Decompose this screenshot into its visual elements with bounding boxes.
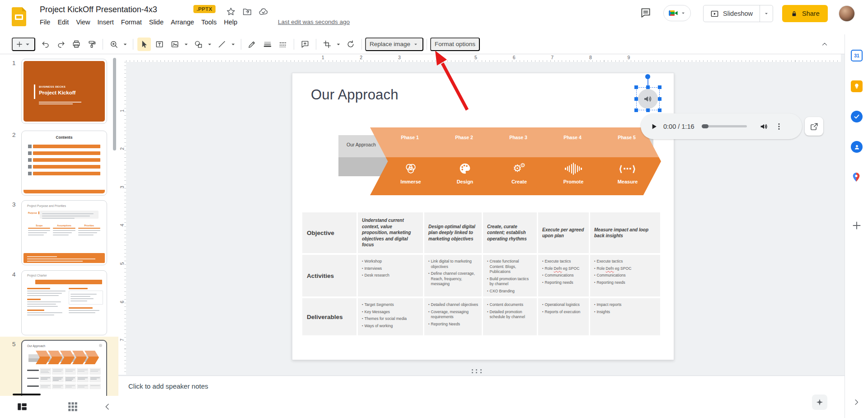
resize-handle[interactable] — [634, 97, 638, 101]
toolbar-redo-button[interactable] — [54, 38, 68, 51]
play-icon[interactable] — [649, 122, 658, 131]
menu-tools[interactable]: Tools — [198, 17, 221, 27]
star-icon[interactable] — [226, 7, 236, 17]
toolbar-insert-image-button[interactable] — [168, 38, 182, 51]
table-row-label[interactable]: Objective — [302, 212, 357, 253]
resize-handle[interactable] — [658, 85, 662, 89]
resize-handle[interactable] — [658, 108, 662, 112]
toolbar-insert-line-dropdown[interactable] — [230, 38, 237, 50]
toolbar-format-options-button[interactable]: Format options — [430, 38, 480, 51]
approach-table[interactable]: ObjectiveUnderstand current context, val… — [302, 212, 660, 335]
maps-icon[interactable] — [851, 172, 863, 183]
resize-handle[interactable] — [634, 85, 638, 89]
last-edit-link[interactable]: Last edit was seconds ago — [278, 19, 350, 25]
notes-resize-handle[interactable] — [472, 369, 483, 373]
open-in-new-button[interactable] — [805, 117, 823, 136]
slide-editor[interactable]: Our Approach Our Approach Phase 1Immerse… — [292, 73, 674, 360]
toolbar-border-dash-button[interactable] — [276, 38, 290, 51]
toolbar-collapse-button[interactable] — [818, 38, 831, 51]
slide-thumbnail-5[interactable]: Our Approach — [21, 340, 107, 396]
move-folder-icon[interactable] — [242, 7, 252, 17]
slide-thumbnail-2[interactable]: Contents — [21, 131, 107, 196]
slide-thumbnail-3[interactable]: Project Purpose and Priorities Purpose S… — [21, 200, 107, 265]
collapse-filmstrip-icon[interactable] — [103, 402, 112, 411]
table-row-label[interactable]: Deliverables — [302, 298, 357, 335]
speaker-notes-input[interactable]: Click to add speaker notes — [128, 382, 208, 390]
meet-button[interactable] — [663, 5, 691, 21]
menu-file[interactable]: File — [36, 17, 54, 27]
menu-insert[interactable]: Insert — [94, 17, 117, 27]
toolbar-insert-shape-dropdown[interactable] — [206, 38, 213, 50]
slide-thumbnail-4[interactable]: Project Charter — [21, 270, 107, 335]
expand-panel-icon[interactable] — [852, 398, 860, 406]
toolbar-insert-line-button[interactable] — [215, 38, 229, 51]
menu-help[interactable]: Help — [220, 17, 241, 27]
table-cell-objective-4[interactable]: Execute per agreed upon plan — [538, 212, 589, 253]
toolbar-recolor-button[interactable] — [344, 38, 357, 51]
menu-edit[interactable]: Edit — [54, 17, 72, 27]
table-cell-objective-1[interactable]: Understand current context, value propos… — [358, 212, 423, 253]
rotation-handle[interactable] — [645, 74, 650, 79]
table-cell-deliverables-2[interactable]: ▪Detailed channel objectives▪Coverage, m… — [424, 298, 482, 335]
menu-slide[interactable]: Slide — [145, 17, 167, 27]
contacts-icon[interactable] — [851, 141, 863, 153]
toolbar-text-box-button[interactable] — [153, 38, 166, 51]
keep-icon[interactable] — [851, 80, 863, 92]
filmstrip-scrollbar[interactable] — [113, 58, 116, 150]
avatar[interactable] — [839, 5, 855, 22]
toolbar-crop-dropdown[interactable] — [335, 38, 342, 50]
calendar-icon[interactable]: 31 — [851, 50, 863, 61]
slideshow-button[interactable]: Slideshow — [703, 5, 773, 22]
toolbar-insert-comment-button[interactable] — [298, 38, 312, 51]
slides-logo-icon[interactable] — [12, 7, 26, 26]
tasks-icon[interactable] — [851, 111, 863, 122]
slide-thumbnail-1[interactable]: BUSINESS DECKS Project Kickoff — [21, 59, 107, 124]
table-cell-activities-3[interactable]: ▪Create functional Content: Blogs, Publi… — [483, 255, 537, 296]
table-cell-objective-5[interactable]: Measure impact and loop back insights — [590, 212, 660, 253]
table-cell-deliverables-4[interactable]: ▪Operational logistics▪Reports of execut… — [538, 298, 589, 335]
resize-handle[interactable] — [634, 108, 638, 112]
table-cell-activities-4[interactable]: ▪Execute tactics▪Role Defn eg SPOC▪Commu… — [538, 255, 589, 296]
comments-icon[interactable] — [640, 7, 652, 19]
toolbar-crop-button[interactable] — [320, 38, 334, 51]
toolbar-zoom-dropdown[interactable] — [122, 38, 129, 50]
toolbar-zoom-button[interactable] — [107, 38, 121, 51]
player-progress-bar[interactable] — [702, 125, 747, 127]
toolbar-insert-shape-button[interactable] — [192, 38, 205, 51]
table-cell-activities-5[interactable]: ▪Execute tactics▪Role Defn eg SPOC▪Commu… — [590, 255, 660, 296]
resize-handle[interactable] — [646, 108, 650, 112]
table-cell-objective-3[interactable]: Create, curate content; establish operat… — [483, 212, 537, 253]
resize-handle[interactable] — [646, 85, 650, 89]
toolbar-border-color-button[interactable] — [245, 38, 259, 51]
toolbar-new-slide-button[interactable] — [12, 38, 35, 51]
document-title[interactable]: Project KickOff Presentation-4x3 — [40, 5, 157, 14]
menu-format[interactable]: Format — [117, 17, 145, 27]
menu-arrange[interactable]: Arrange — [167, 17, 198, 27]
player-progress-thumb[interactable] — [702, 124, 708, 128]
table-row-label[interactable]: Activities — [302, 255, 357, 296]
toolbar-paint-format-button[interactable] — [85, 38, 99, 51]
toolbar-insert-image-dropdown[interactable] — [183, 38, 190, 50]
filmstrip-view-icon[interactable] — [16, 401, 28, 413]
toolbar-border-weight-button[interactable] — [261, 38, 274, 51]
toolbar-select-button[interactable] — [137, 38, 151, 51]
toolbar-replace-image-button[interactable]: Replace image — [365, 38, 423, 51]
share-button[interactable]: Share — [782, 5, 828, 22]
table-cell-deliverables-1[interactable]: ▪Target Segments▪Key Messages▪Themes for… — [358, 298, 423, 335]
resize-handle[interactable] — [658, 97, 662, 101]
cloud-check-icon[interactable] — [258, 7, 268, 17]
table-cell-deliverables-5[interactable]: ▪Impact reports▪Insights — [590, 298, 660, 335]
table-cell-activities-1[interactable]: ▪Workshop▪Interviews▪Desk research — [358, 255, 423, 296]
menu-view[interactable]: View — [72, 17, 94, 27]
add-addon-icon[interactable] — [851, 220, 863, 231]
table-cell-objective-2[interactable]: Design optimal digital plan deeply linke… — [424, 212, 482, 253]
toolbar-print-button[interactable] — [70, 38, 83, 51]
volume-icon[interactable] — [759, 122, 769, 132]
slide-title[interactable]: Our Approach — [311, 87, 399, 103]
toolbar-undo-button[interactable] — [39, 38, 52, 51]
table-cell-deliverables-3[interactable]: ▪Content documents▪Detailed promotion sc… — [483, 298, 537, 335]
table-cell-activities-2[interactable]: ▪Link digital to marketing objectives▪De… — [424, 255, 482, 296]
grid-view-icon[interactable] — [67, 401, 79, 413]
dots-vertical-icon[interactable] — [774, 122, 784, 131]
slideshow-dropdown[interactable] — [760, 5, 773, 22]
